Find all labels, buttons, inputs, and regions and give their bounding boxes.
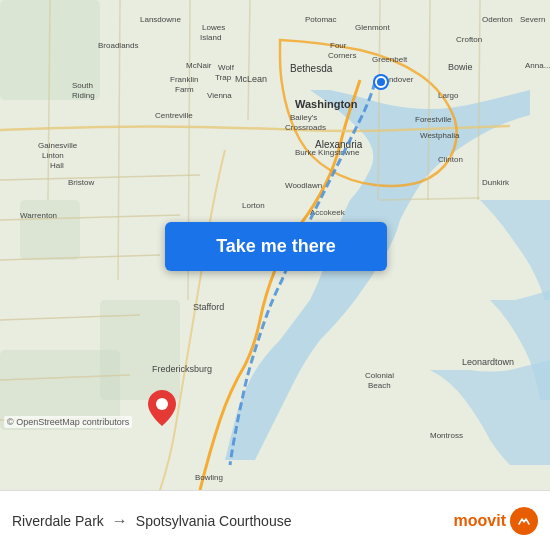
- svg-text:Lansdowne: Lansdowne: [140, 15, 181, 24]
- svg-text:Gainesville: Gainesville: [38, 141, 78, 150]
- svg-text:Bristow: Bristow: [68, 178, 94, 187]
- svg-text:Fredericksburg: Fredericksburg: [152, 364, 212, 374]
- svg-text:Accokeek: Accokeek: [310, 208, 346, 217]
- svg-text:Wolf: Wolf: [218, 63, 235, 72]
- svg-text:Centreville: Centreville: [155, 111, 193, 120]
- take-me-there-label: Take me there: [216, 236, 336, 257]
- svg-text:Severn: Severn: [520, 15, 545, 24]
- svg-text:Broadlands: Broadlands: [98, 41, 138, 50]
- svg-text:Crossroads: Crossroads: [285, 123, 326, 132]
- svg-text:Burke Kingstowne: Burke Kingstowne: [295, 148, 360, 157]
- svg-text:Lowes: Lowes: [202, 23, 225, 32]
- svg-text:Bowie: Bowie: [448, 62, 473, 72]
- svg-text:Island: Island: [200, 33, 221, 42]
- svg-rect-4: [20, 200, 80, 260]
- svg-text:Dunkirk: Dunkirk: [482, 178, 510, 187]
- svg-text:Farm: Farm: [175, 85, 194, 94]
- destination-pin: [148, 390, 176, 430]
- svg-text:Riding: Riding: [72, 91, 95, 100]
- svg-point-73: [156, 398, 168, 410]
- osm-attribution: © OpenStreetMap contributors: [4, 416, 132, 428]
- svg-text:Washington: Washington: [295, 98, 358, 110]
- svg-text:Clinton: Clinton: [438, 155, 463, 164]
- map-container: Bethesda Washington Alexandria McLean La…: [0, 0, 550, 490]
- svg-text:Trap: Trap: [215, 73, 232, 82]
- svg-text:Corners: Corners: [328, 51, 356, 60]
- svg-text:Crofton: Crofton: [456, 35, 482, 44]
- svg-text:Westphalia: Westphalia: [420, 131, 460, 140]
- svg-text:Bethesda: Bethesda: [290, 63, 333, 74]
- origin-marker: [375, 76, 387, 88]
- svg-text:Montross: Montross: [430, 431, 463, 440]
- moovit-text: moovit: [454, 512, 506, 530]
- svg-text:McLean: McLean: [235, 74, 267, 84]
- svg-text:Bowling: Bowling: [195, 473, 223, 482]
- svg-text:Lorton: Lorton: [242, 201, 265, 210]
- svg-text:Warrenton: Warrenton: [20, 211, 57, 220]
- svg-text:Bailey's: Bailey's: [290, 113, 317, 122]
- bottom-bar: Riverdale Park → Spotsylvania Courthouse…: [0, 490, 550, 550]
- svg-text:Stafford: Stafford: [193, 302, 224, 312]
- svg-text:Glenmont: Glenmont: [355, 23, 390, 32]
- svg-text:Greenbelt: Greenbelt: [372, 55, 408, 64]
- svg-text:South: South: [72, 81, 93, 90]
- moovit-logo: moovit: [454, 507, 538, 535]
- route-info: Riverdale Park → Spotsylvania Courthouse: [12, 512, 454, 530]
- origin-label: Riverdale Park: [12, 513, 104, 529]
- svg-text:Four: Four: [330, 41, 347, 50]
- svg-text:Hall: Hall: [50, 161, 64, 170]
- svg-text:Anna...: Anna...: [525, 61, 550, 70]
- svg-text:Odenton: Odenton: [482, 15, 513, 24]
- svg-text:Beach: Beach: [368, 381, 391, 390]
- svg-text:Woodlawn: Woodlawn: [285, 181, 322, 190]
- take-me-there-button[interactable]: Take me there: [165, 222, 387, 271]
- svg-text:Leonardtown: Leonardtown: [462, 357, 514, 367]
- route-arrow-icon: →: [112, 512, 128, 530]
- svg-text:Franklin: Franklin: [170, 75, 198, 84]
- svg-text:Linton: Linton: [42, 151, 64, 160]
- svg-text:Largo: Largo: [438, 91, 459, 100]
- svg-text:McNair: McNair: [186, 61, 212, 70]
- destination-label: Spotsylvania Courthouse: [136, 513, 292, 529]
- svg-text:Colonial: Colonial: [365, 371, 394, 380]
- svg-text:Forestville: Forestville: [415, 115, 452, 124]
- svg-text:Vienna: Vienna: [207, 91, 232, 100]
- svg-text:Potomac: Potomac: [305, 15, 337, 24]
- moovit-icon: [510, 507, 538, 535]
